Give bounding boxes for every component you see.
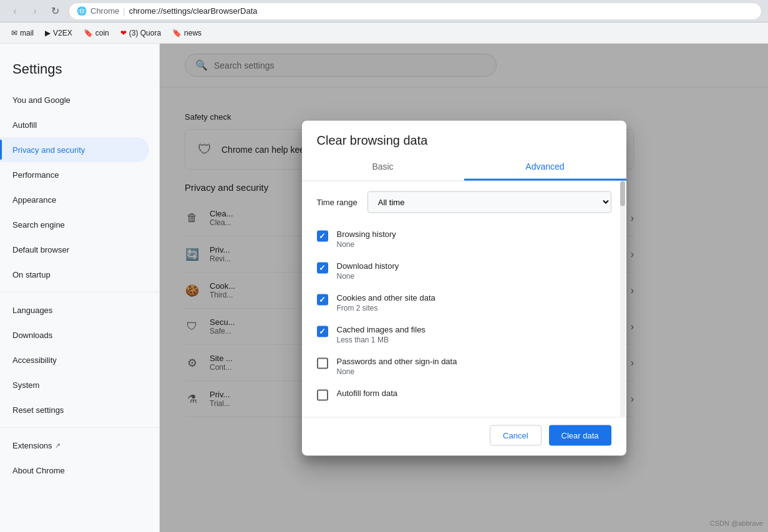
dialog-body: Time range All time Last hour Last 24 ho…: [302, 181, 626, 417]
bookmark-news[interactable]: 🔖 news: [167, 26, 207, 40]
dialog-tabs: Basic Advanced: [302, 153, 626, 181]
cookies-cb-sub: From 2 sites: [337, 303, 611, 312]
passwords-text: Passwords and other sign-in data None: [337, 356, 611, 375]
sidebar-item-privacy[interactable]: Privacy and security: [0, 137, 149, 162]
sidebar-item-on-startup[interactable]: On startup: [0, 262, 149, 287]
cookies-checkbox[interactable]: ✓: [317, 294, 328, 305]
news-icon: 🔖: [172, 29, 182, 37]
sidebar-item-performance[interactable]: Performance: [0, 162, 149, 187]
nav-buttons: ‹ › ↻: [6, 2, 64, 20]
back-button[interactable]: ‹: [6, 2, 24, 20]
settings-title: Settings: [0, 49, 159, 87]
sidebar-item-extensions[interactable]: Extensions ↗: [0, 433, 149, 458]
system-label: System: [12, 380, 39, 390]
time-range-select[interactable]: All time Last hour Last 24 hours Last 7 …: [367, 191, 611, 213]
sidebar-divider-2: [0, 427, 159, 428]
autofill-title: Autofill form data: [337, 388, 611, 397]
checkbox-passwords: Passwords and other sign-in data None: [317, 350, 611, 382]
downloads-label: Downloads: [12, 331, 52, 340]
forward-button[interactable]: ›: [26, 2, 44, 20]
sidebar-item-search-engine[interactable]: Search engine: [0, 212, 149, 237]
download-history-sub: None: [337, 271, 611, 280]
quora-icon: ❤: [120, 29, 127, 37]
browsing-history-checkbox[interactable]: ✓: [317, 230, 328, 241]
cancel-button[interactable]: Cancel: [490, 425, 541, 445]
download-history-checkbox[interactable]: ✓: [317, 262, 328, 273]
reload-button[interactable]: ↻: [46, 2, 64, 20]
v2ex-icon: ▶: [45, 29, 51, 37]
clear-data-button[interactable]: Clear data: [549, 425, 611, 445]
default-browser-label: Default browser: [12, 245, 69, 254]
bookmark-mail[interactable]: ✉ mail: [6, 26, 39, 40]
checkbox-cached-images: ✓ Cached images and files Less than 1 MB: [317, 318, 611, 350]
sidebar-item-about[interactable]: About Chrome: [0, 458, 149, 483]
sidebar-item-autofill[interactable]: Autofill: [0, 112, 149, 137]
sidebar-divider: [0, 292, 159, 293]
main-layout: Settings You and Google Autofill Privacy…: [0, 44, 768, 532]
browsing-history-sub: None: [337, 239, 611, 248]
checkbox-browsing-history: ✓ Browsing history None: [317, 223, 611, 254]
checkmark-icon: ✓: [319, 231, 326, 241]
reset-label: Reset settings: [12, 405, 64, 415]
bookmark-v2ex[interactable]: ▶ V2EX: [40, 26, 77, 40]
sidebar-item-appearance[interactable]: Appearance: [0, 187, 149, 212]
appearance-label: Appearance: [12, 195, 56, 205]
download-history-text: Download history None: [337, 261, 611, 280]
autofill-checkbox[interactable]: [317, 389, 328, 400]
tab-advanced[interactable]: Advanced: [464, 153, 626, 180]
checkbox-autofill: Autofill form data: [317, 382, 611, 407]
browser-chrome: ‹ › ↻ 🌐 Chrome | chrome://settings/clear…: [0, 0, 768, 22]
time-range-row: Time range All time Last hour Last 24 ho…: [317, 191, 611, 213]
content-area: 🔍 Safety check 🛡 Chrome can help keep yo…: [160, 44, 768, 532]
dialog-scrollbar[interactable]: [620, 181, 625, 417]
bookmark-mail-label: mail: [20, 29, 34, 37]
passwords-sub: None: [337, 367, 611, 375]
checkmark-icon-2: ✓: [319, 263, 326, 273]
url-separator: |: [123, 6, 125, 16]
passwords-title: Passwords and other sign-in data: [337, 356, 611, 365]
dialog-body-container: Time range All time Last hour Last 24 ho…: [302, 181, 626, 417]
passwords-checkbox[interactable]: [317, 357, 328, 369]
bookmark-coin[interactable]: 🔖 coin: [79, 26, 114, 40]
cached-images-checkbox[interactable]: ✓: [317, 326, 328, 337]
address-bar[interactable]: 🌐 Chrome | chrome://settings/clearBrowse…: [69, 2, 762, 20]
favicon-icon: 🌐: [77, 6, 87, 16]
bookmark-quora-label: (3) Quora: [129, 29, 161, 37]
sidebar-item-downloads[interactable]: Downloads: [0, 322, 149, 347]
bookmarks-bar: ✉ mail ▶ V2EX 🔖 coin ❤ (3) Quora 🔖 news: [0, 22, 768, 44]
sidebar-item-reset[interactable]: Reset settings: [0, 397, 149, 422]
sidebar-item-system[interactable]: System: [0, 372, 149, 397]
bookmark-quora[interactable]: ❤ (3) Quora: [115, 26, 166, 40]
bookmark-coin-label: coin: [95, 29, 109, 37]
cached-images-title: Cached images and files: [337, 324, 611, 334]
bookmark-news-label: news: [184, 29, 202, 37]
sidebar: Settings You and Google Autofill Privacy…: [0, 44, 160, 532]
url-text: chrome://settings/clearBrowserData: [129, 6, 258, 16]
about-label: About Chrome: [12, 466, 65, 475]
download-history-title: Download history: [337, 261, 611, 270]
sidebar-item-accessibility[interactable]: Accessibility: [0, 347, 149, 372]
checkbox-download-history: ✓ Download history None: [317, 254, 611, 286]
checkmark-icon-4: ✓: [319, 327, 326, 336]
external-link-icon: ↗: [55, 442, 61, 450]
languages-label: Languages: [12, 306, 52, 315]
scrollbar-thumb: [620, 181, 625, 206]
clear-browsing-dialog: Clear browsing data Basic Advanced Time …: [302, 120, 626, 455]
cookies-cb-text: Cookies and other site data From 2 sites: [337, 293, 611, 312]
checkmark-icon-3: ✓: [319, 295, 326, 304]
sidebar-item-you-google[interactable]: You and Google: [0, 87, 149, 112]
bookmark-v2ex-label: V2EX: [53, 29, 72, 37]
accessibility-label: Accessibility: [12, 355, 57, 365]
sidebar-item-languages[interactable]: Languages: [0, 297, 149, 322]
cached-images-sub: Less than 1 MB: [337, 335, 611, 344]
browsing-history-title: Browsing history: [337, 229, 611, 238]
tab-basic[interactable]: Basic: [302, 153, 464, 180]
on-startup-label: On startup: [12, 270, 51, 279]
browsing-history-text: Browsing history None: [337, 229, 611, 248]
privacy-label: Privacy and security: [12, 145, 85, 155]
autofill-text: Autofill form data: [337, 388, 611, 397]
mail-icon: ✉: [11, 29, 17, 37]
sidebar-item-default-browser[interactable]: Default browser: [0, 237, 149, 262]
dialog-title: Clear browsing data: [302, 120, 626, 153]
extensions-label: Extensions: [12, 441, 52, 450]
